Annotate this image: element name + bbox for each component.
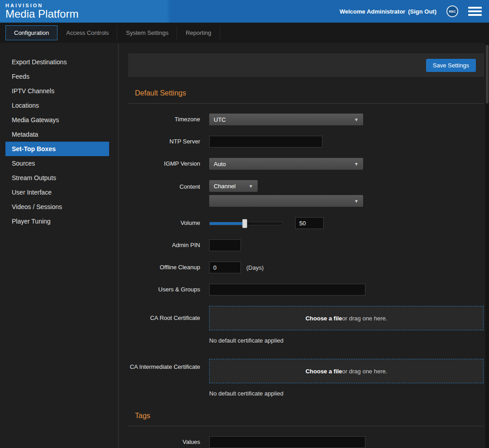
- chevron-down-icon: ▼: [249, 184, 253, 189]
- body-wrap: Export Destinations Feeds IPTV Channels …: [0, 43, 489, 448]
- sidebar-item-stream-outputs[interactable]: Stream Outputs: [0, 171, 118, 185]
- content-row: Content Channel ▼ ▼: [128, 180, 484, 207]
- sign-out-link[interactable]: (Sign Out): [408, 8, 436, 15]
- sidebar-item-player-tuning[interactable]: Player Tuning: [0, 214, 118, 229]
- tab-configuration[interactable]: Configuration: [5, 25, 58, 40]
- tab-access-controls[interactable]: Access Controls: [58, 25, 117, 40]
- volume-slider[interactable]: [209, 222, 283, 225]
- sidebar-item-sources[interactable]: Sources: [0, 156, 118, 171]
- hamburger-bar: [468, 10, 482, 12]
- offline-cleanup-row: Offline Cleanup (Days): [128, 262, 484, 273]
- ntp-server-label: NTP Server: [128, 138, 200, 146]
- tags-form: Values: [128, 436, 484, 448]
- drag-file-text: or drag one here.: [342, 368, 388, 375]
- ca-root-certificate-label: CA Root Certificate: [128, 306, 200, 322]
- admin-pin-label: Admin PIN: [128, 241, 200, 249]
- content-type-select-value: Channel: [214, 183, 235, 190]
- volume-row: Volume: [128, 217, 484, 229]
- chevron-down-icon: ▼: [354, 199, 359, 204]
- tags-heading: Tags: [135, 412, 484, 420]
- users-groups-row: Users & Groups: [128, 284, 484, 295]
- default-settings-form: Timezone UTC ▼ NTP Server IGMP Version A…: [128, 114, 484, 397]
- chevron-down-icon: ▼: [354, 162, 359, 167]
- ca-intermediate-certificate-control: Choose a file or drag one here. No defau…: [209, 359, 484, 397]
- sidebar-item-media-gateways[interactable]: Media Gateways: [0, 113, 118, 127]
- sidebar-item-feeds[interactable]: Feeds: [0, 69, 118, 84]
- offline-cleanup-input[interactable]: [209, 262, 241, 273]
- volume-label: Volume: [128, 219, 200, 227]
- section-divider: [128, 103, 484, 104]
- toolbar-strip: Save Settings: [128, 53, 484, 77]
- igmp-version-select-value: Auto: [214, 161, 226, 167]
- volume-slider-handle[interactable]: [242, 219, 247, 228]
- main-content: Save Settings Default Settings Timezone …: [119, 43, 489, 448]
- app-header: HAIVISION Media Platform Welcome Adminis…: [0, 0, 489, 23]
- sidebar-item-iptv-channels[interactable]: IPTV Channels: [0, 84, 118, 98]
- content-controls: Channel ▼ ▼: [209, 180, 363, 207]
- sidebar-item-locations[interactable]: Locations: [0, 98, 118, 113]
- haivision-logo: HAIVISION Media Platform: [0, 3, 78, 20]
- users-groups-label: Users & Groups: [128, 286, 200, 294]
- tab-system-settings[interactable]: System Settings: [117, 25, 177, 40]
- igmp-version-label: IGMP Version: [128, 160, 200, 168]
- users-groups-input[interactable]: [209, 284, 365, 295]
- header-right: Welcome Administrator (Sign Out) REC: [340, 5, 489, 18]
- timezone-row: Timezone UTC ▼: [128, 114, 484, 125]
- sidebar-item-user-interface[interactable]: User Interface: [0, 185, 118, 200]
- ca-root-certificate-control: Choose a file or drag one here. No defau…: [209, 306, 484, 344]
- ntp-server-input[interactable]: [209, 136, 322, 148]
- choose-file-link[interactable]: Choose a file: [306, 368, 342, 375]
- ca-intermediate-certificate-note: No default certificate applied: [209, 390, 484, 397]
- tab-reporting[interactable]: Reporting: [177, 25, 220, 40]
- admin-pin-input[interactable]: [209, 239, 241, 251]
- save-settings-button[interactable]: Save Settings: [426, 59, 476, 72]
- admin-pin-row: Admin PIN: [128, 239, 484, 251]
- offline-cleanup-label: Offline Cleanup: [128, 263, 200, 272]
- hamburger-bar: [468, 7, 482, 9]
- timezone-select[interactable]: UTC ▼: [209, 114, 363, 125]
- default-settings-heading: Default Settings: [135, 89, 484, 97]
- ca-intermediate-certificate-label: CA Intermediate Certificate: [128, 359, 200, 371]
- sidebar-item-videos-sessions[interactable]: Videos / Sessions: [0, 200, 118, 214]
- values-row: Values: [128, 436, 484, 448]
- vertical-scrollbar[interactable]: [485, 43, 489, 448]
- content-label: Content: [128, 180, 200, 191]
- ca-intermediate-certificate-row: CA Intermediate Certificate Choose a fil…: [128, 359, 484, 397]
- igmp-version-select[interactable]: Auto ▼: [209, 158, 363, 170]
- igmp-version-row: IGMP Version Auto ▼: [128, 158, 484, 170]
- hamburger-bar: [468, 14, 482, 16]
- config-sidebar: Export Destinations Feeds IPTV Channels …: [0, 43, 119, 448]
- content-type-select[interactable]: Channel ▼: [209, 180, 258, 192]
- drag-file-text: or drag one here.: [342, 315, 388, 322]
- ca-root-certificate-dropzone[interactable]: Choose a file or drag one here.: [209, 306, 484, 330]
- values-label: Values: [128, 438, 200, 446]
- welcome-text: Welcome Administrator: [340, 8, 405, 15]
- timezone-select-value: UTC: [214, 116, 226, 123]
- volume-input[interactable]: [295, 217, 324, 229]
- ntp-server-row: NTP Server: [128, 136, 484, 148]
- chevron-down-icon: ▼: [354, 117, 359, 122]
- brand-media-platform: Media Platform: [5, 8, 78, 19]
- tags-section: Tags Values: [128, 412, 484, 448]
- choose-file-link[interactable]: Choose a file: [306, 315, 342, 322]
- volume-slider-fill: [210, 222, 244, 225]
- offline-cleanup-suffix: (Days): [246, 264, 264, 271]
- hamburger-menu-icon[interactable]: [468, 5, 482, 18]
- timezone-label: Timezone: [128, 115, 200, 124]
- sidebar-item-export-destinations[interactable]: Export Destinations: [0, 55, 118, 69]
- ca-root-certificate-note: No default certificate applied: [209, 337, 484, 344]
- ca-root-certificate-row: CA Root Certificate Choose a file or dra…: [128, 306, 484, 344]
- ca-intermediate-certificate-dropzone[interactable]: Choose a file or drag one here.: [209, 359, 484, 383]
- rec-badge-icon[interactable]: REC: [446, 5, 458, 17]
- sidebar-item-set-top-boxes[interactable]: Set-Top Boxes: [5, 142, 109, 156]
- content-item-select[interactable]: ▼: [209, 195, 363, 207]
- scrollbar-thumb[interactable]: [486, 45, 489, 104]
- main-nav: Configuration Access Controls System Set…: [0, 23, 489, 43]
- values-input[interactable]: [209, 436, 365, 448]
- sidebar-item-metadata[interactable]: Metadata: [0, 127, 118, 142]
- section-divider: [128, 426, 484, 426]
